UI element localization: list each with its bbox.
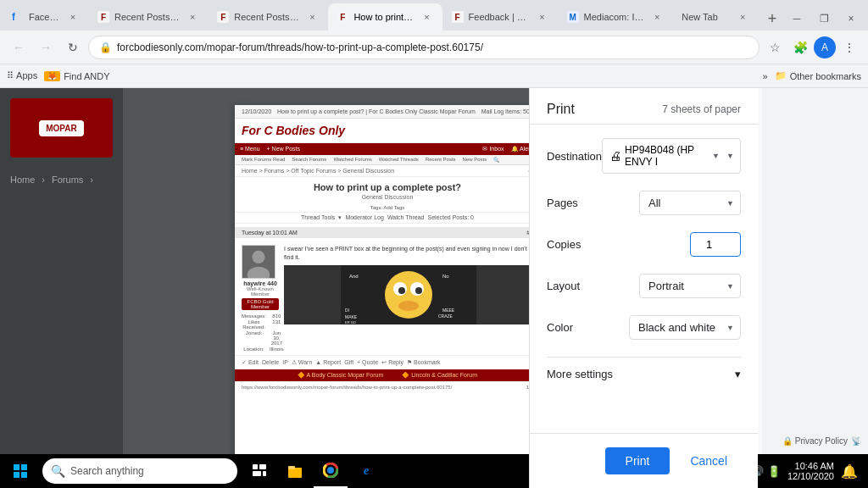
restore-button[interactable]: ❐ [810,7,837,30]
new-tab-button[interactable]: + [762,7,782,30]
tab-feedback-close[interactable]: × [536,10,549,24]
color-select[interactable]: Black and white [629,315,741,340]
taskbar-file-explorer[interactable] [278,454,312,488]
thread-tools[interactable]: Thread Tools [301,214,335,221]
extension-icon[interactable]: 🧩 [788,36,812,59]
post-image: And No DI MAKE ER GO MEEE CRAZE [284,265,533,324]
search-forums[interactable]: Search Forums [292,157,326,163]
other-bookmarks[interactable]: 📁 Other bookmarks [775,70,861,81]
tab-howtoprint-title: How to print up a... [353,12,415,22]
action-report[interactable]: ▲ Report [315,359,341,366]
tab-feedback[interactable]: F Feedback | For E... × [443,3,558,30]
taskbar-chrome[interactable] [314,454,348,488]
tab-howtoprint-close[interactable]: × [420,10,434,24]
destination-select[interactable]: 🖨 HP94B048 (HP ENVY I ▼ [602,138,741,174]
destination-label: Destination [547,150,602,163]
tab-facebook-title: Facebook [29,12,61,22]
apps-button[interactable]: ⠿ Apps [7,70,37,81]
tab-newtab-title: New Tab [682,12,731,22]
tab-mediacom[interactable]: M Mediacom: Inbox... × [559,3,673,30]
taskbar-clock[interactable]: 10:46 AM 12/10/2020 [787,461,834,481]
action-quote[interactable]: + Quote [357,359,378,366]
cancel-button[interactable]: Cancel [676,447,741,474]
watched-threads[interactable]: Watched Threads [379,157,419,163]
windows-start-button[interactable] [3,454,37,488]
minimize-button[interactable]: ─ [783,7,810,30]
tab-recent1[interactable]: F Recent Posts | For... × [89,3,208,30]
bookmark-star-icon[interactable]: ☆ [763,36,787,59]
tab-recent2[interactable]: F Recent Posts | For... × [209,3,327,30]
sidebar-home[interactable]: Home [10,175,35,185]
menu-item[interactable]: ≡ Menu [240,146,260,152]
url-bar[interactable]: 🔒 forcbodiesonly.com/mopar-forum/threads… [88,36,760,59]
pages-label: Pages [547,197,578,209]
taskbar-search-text: Search anything [70,465,144,477]
feedback-favicon: F [452,11,464,23]
taskbar-edge[interactable]: e [349,454,383,488]
new-posts-item[interactable]: + New Posts [267,146,301,152]
layout-select[interactable]: Portrait [639,274,741,298]
forum-subNav: Mark Forums Read Search Forums Watched F… [235,155,540,165]
action-gift[interactable]: Gift [344,359,353,366]
forum-content: 12/10/2020 How to print up a complete po… [235,105,540,471]
sidebar-chevron1: › [42,175,45,185]
likes-label: Likes Received: [242,319,266,330]
taskbar-task-view[interactable] [242,454,276,488]
svg-point-9 [398,301,419,311]
svg-text:CRAZE: CRAZE [438,313,453,319]
action-delete[interactable]: Delete [262,359,279,366]
copies-input[interactable] [690,232,741,257]
footer-link2[interactable]: 🔶 Lincoln & Cadillac Forum [402,372,477,378]
tab-recent2-close[interactable]: × [305,10,319,24]
tab-recent1-close[interactable]: × [186,10,199,24]
print-dialog: Print 7 sheets of paper Destination 🖨 HP… [529,88,758,488]
tab-facebook-close[interactable]: × [66,10,80,24]
menu-icon[interactable]: ⋮ [837,36,861,59]
watched-forums[interactable]: Watched Forums [333,157,371,163]
taskbar-search-bar[interactable]: 🔍 Search anything [42,458,237,484]
back-button[interactable]: ← [7,36,31,59]
tab-recent2-title: Recent Posts | For... [234,12,300,22]
notification-icon[interactable]: 🔔 [841,463,858,480]
post-body: haywire 440 Well-Known Member FCBO Gold … [235,241,540,355]
tab-howtoprint[interactable]: F How to print up a... × [328,3,442,30]
tab-facebook[interactable]: f Facebook × [3,3,88,30]
post-avatar-section: haywire 440 Well-Known Member FCBO Gold … [242,245,279,352]
find-andy-button[interactable]: 🦊 Find ANDY [44,71,109,81]
svg-text:MAKE: MAKE [345,314,358,319]
close-button[interactable]: × [837,7,865,30]
print-button[interactable]: Print [605,447,670,474]
action-ip[interactable]: IP [282,359,288,366]
pages-select[interactable]: All [639,191,741,215]
watch-thread[interactable]: Watch Thread [387,214,425,221]
url-footer: https://www.forcbodiesonly.com/mopar-for… [235,381,540,392]
url-footer-text: https://www.forcbodiesonly.com/mopar-for… [242,385,452,390]
moderator-log[interactable]: Moderator Log [345,214,384,221]
inbox-item[interactable]: ✉ Inbox [482,146,504,152]
profile-icon[interactable]: A [814,36,836,58]
tab-mediacom-close[interactable]: × [650,10,664,24]
address-bar: ← → ↻ 🔒 forcbodiesonly.com/mopar-forum/t… [0,30,868,64]
action-bookmark[interactable]: ⚑ Bookmark [407,359,440,366]
tab-newtab[interactable]: New Tab × [673,3,758,30]
new-posts-sub[interactable]: New Posts [463,157,487,163]
bookmarks-chevron[interactable]: » [763,71,768,81]
print-sheets: 7 sheets of paper [662,103,741,115]
action-warn[interactable]: ⚠ Warn [292,359,312,366]
location-value: Illinois [270,347,284,352]
search-icon-nav[interactable]: 🔍 [493,157,499,163]
mark-forums-read[interactable]: Mark Forums Read [242,157,285,163]
bookmarks-bar: ⠿ Apps 🦊 Find ANDY » 📁 Other bookmarks [0,64,868,88]
print-dialog-body: Destination 🖨 HP94B048 (HP ENVY I ▼ [530,125,758,433]
action-edit[interactable]: ✓ Edit [242,359,259,366]
recent-posts[interactable]: Recent Posts [426,157,456,163]
forward-button[interactable]: → [34,36,58,59]
svg-point-7 [398,287,405,294]
action-reply[interactable]: ↩ Reply [381,359,403,366]
footer-link1[interactable]: 🔶 A Body Classic Mopar Forum [298,372,383,378]
tab-newtab-close[interactable]: × [736,10,749,24]
sidebar-forums[interactable]: Forums [52,175,83,185]
pages-select-wrapper: All [639,191,741,215]
more-settings-row[interactable]: More settings ▾ [547,357,741,391]
reload-button[interactable]: ↻ [61,36,85,59]
